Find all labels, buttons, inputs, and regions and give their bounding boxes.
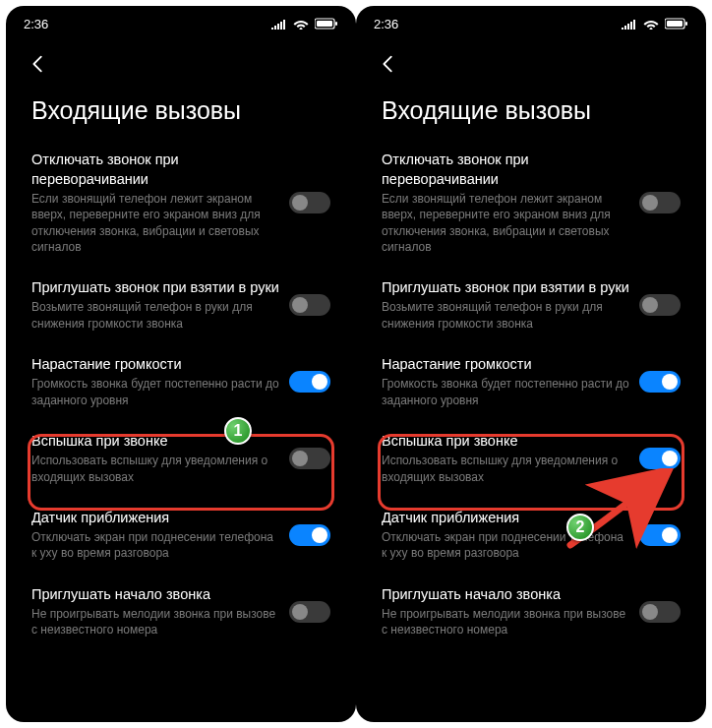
setting-item[interactable]: Нарастание громкостиГромкость звонка буд…	[382, 343, 681, 420]
battery-icon	[665, 18, 688, 30]
setting-item[interactable]: Датчик приближенияОтключать экран при по…	[31, 497, 330, 574]
page-title: Входящие вызовы	[6, 79, 356, 139]
setting-title: Отключать звонок при переворачивании	[31, 151, 281, 189]
setting-description: Не проигрывать мелодии звонка при вызове…	[31, 606, 281, 637]
signal-icon	[622, 18, 637, 30]
setting-title: Приглушать начало звонка	[382, 585, 631, 605]
wifi-icon	[293, 18, 309, 30]
setting-item[interactable]: Отключать звонок при переворачиванииЕсли…	[31, 139, 330, 267]
setting-description: Громкость звонка будет постепенно расти …	[31, 376, 281, 407]
status-icons	[271, 18, 338, 30]
page-title: Входящие вызовы	[356, 79, 706, 139]
setting-title: Приглушать начало звонка	[31, 585, 281, 605]
setting-title: Отключать звонок при переворачивании	[382, 151, 631, 189]
setting-title: Нарастание громкости	[382, 355, 631, 375]
toggle-switch[interactable]	[639, 294, 681, 316]
settings-list: Отключать звонок при переворачиванииЕсли…	[6, 139, 356, 650]
svg-rect-4	[685, 22, 687, 26]
setting-item[interactable]: Отключать звонок при переворачиванииЕсли…	[382, 139, 681, 267]
toggle-switch[interactable]	[289, 371, 330, 393]
settings-list: Отключать звонок при переворачиванииЕсли…	[356, 139, 706, 650]
phone-right: 2:36 Входящие вызовы Отключать звонок пр…	[356, 6, 706, 722]
setting-item[interactable]: Приглушать начало звонкаНе проигрывать м…	[382, 574, 681, 650]
status-bar: 2:36	[6, 6, 356, 41]
toggle-switch[interactable]	[639, 371, 681, 393]
toggle-switch[interactable]	[639, 524, 681, 546]
toggle-switch[interactable]	[639, 448, 681, 469]
svg-rect-2	[317, 21, 332, 27]
svg-rect-1	[335, 22, 337, 26]
setting-item[interactable]: Вспышка при звонкеИспользовать вспышку д…	[31, 420, 330, 497]
status-bar: 2:36	[356, 6, 706, 41]
setting-description: Возьмите звонящий телефон в руки для сни…	[31, 299, 281, 331]
toggle-switch[interactable]	[639, 192, 681, 213]
setting-title: Приглушать звонок при взятии в руки	[382, 278, 631, 298]
toggle-switch[interactable]	[289, 448, 330, 469]
setting-description: Если звонящий телефон лежит экраном ввер…	[31, 191, 281, 255]
back-icon[interactable]	[378, 53, 399, 75]
setting-description: Использовать вспышку для уведомления о в…	[382, 453, 631, 484]
toggle-switch[interactable]	[289, 601, 330, 623]
toggle-switch[interactable]	[289, 294, 330, 316]
setting-item[interactable]: Датчик приближенияОтключать экран при по…	[382, 497, 681, 574]
badge-1: 1	[224, 417, 252, 445]
phone-left: 2:36 Входящие вызовы Отключать звонок пр…	[6, 6, 356, 722]
setting-title: Приглушать звонок при взятии в руки	[31, 278, 281, 298]
svg-rect-5	[667, 21, 682, 27]
status-time: 2:36	[374, 17, 398, 31]
signal-icon	[271, 18, 287, 30]
setting-description: Использовать вспышку для уведомления о в…	[31, 453, 281, 484]
badge-2: 2	[566, 514, 594, 541]
wifi-icon	[643, 18, 659, 30]
setting-description: Отключать экран при поднесении телефона …	[31, 529, 281, 561]
battery-icon	[315, 18, 338, 30]
setting-description: Громкость звонка будет постепенно расти …	[382, 376, 631, 407]
setting-title: Нарастание громкости	[31, 355, 281, 375]
setting-description: Если звонящий телефон лежит экраном ввер…	[382, 191, 631, 255]
setting-title: Датчик приближения	[31, 509, 281, 528]
setting-description: Отключать экран при поднесении телефона …	[382, 529, 631, 561]
toggle-switch[interactable]	[289, 192, 330, 213]
setting-description: Возьмите звонящий телефон в руки для сни…	[382, 299, 631, 331]
back-icon[interactable]	[28, 53, 49, 75]
setting-item[interactable]: Приглушать звонок при взятии в рукиВозьм…	[382, 267, 681, 343]
setting-item[interactable]: Вспышка при звонкеИспользовать вспышку д…	[382, 420, 681, 497]
status-time: 2:36	[24, 17, 48, 31]
setting-description: Не проигрывать мелодии звонка при вызове…	[382, 606, 631, 637]
toggle-switch[interactable]	[289, 524, 330, 546]
toggle-switch[interactable]	[639, 601, 681, 623]
setting-title: Вспышка при звонке	[382, 432, 631, 452]
setting-item[interactable]: Приглушать звонок при взятии в рукиВозьм…	[31, 267, 330, 343]
setting-item[interactable]: Нарастание громкостиГромкость звонка буд…	[31, 343, 330, 420]
setting-item[interactable]: Приглушать начало звонкаНе проигрывать м…	[31, 574, 330, 650]
status-icons	[622, 18, 688, 30]
